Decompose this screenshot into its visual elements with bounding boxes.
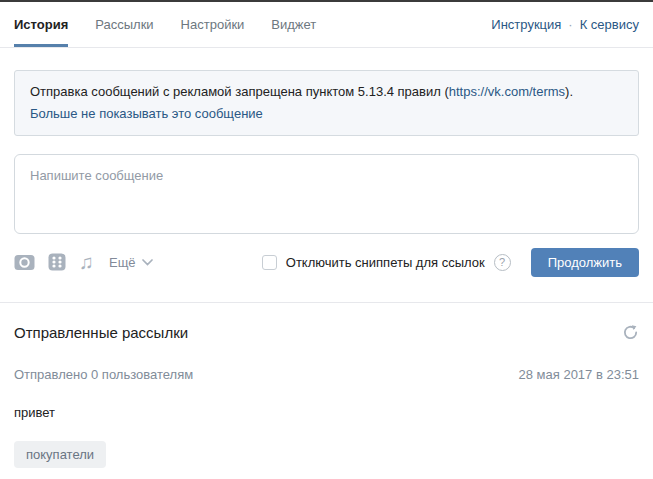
- continue-button[interactable]: Продолжить: [531, 248, 639, 277]
- video-icon[interactable]: [48, 253, 66, 271]
- audience-tag-badge[interactable]: покупатели: [14, 441, 106, 468]
- broadcast-message-text: привет: [14, 405, 639, 420]
- link-separator: ·: [568, 17, 572, 32]
- message-input[interactable]: Напишите сообщение: [14, 154, 639, 234]
- music-icon[interactable]: ♫: [79, 252, 94, 272]
- broadcast-meta-row: Отправлено 0 пользователям 28 мая 2017 в…: [14, 367, 639, 382]
- to-service-link[interactable]: К сервису: [580, 17, 639, 32]
- dismiss-notice-link[interactable]: Больше не показывать это сообщение: [30, 103, 263, 125]
- refresh-icon[interactable]: [622, 324, 639, 341]
- help-icon[interactable]: ?: [494, 254, 511, 271]
- notice-text-end: ).: [565, 84, 573, 99]
- tab-widget[interactable]: Виджет: [271, 2, 316, 47]
- refresh-icon-svg: [622, 324, 639, 341]
- photo-icon[interactable]: [14, 254, 35, 271]
- disable-snippets-checkbox[interactable]: [262, 255, 277, 270]
- sent-header: Отправленные рассылки: [14, 324, 639, 341]
- terms-link[interactable]: https://vk.com/terms: [449, 84, 565, 99]
- sent-section-title: Отправленные рассылки: [14, 324, 188, 341]
- section-divider: [0, 302, 653, 303]
- tabbar-spacer: [343, 2, 491, 47]
- broadcast-timestamp: 28 мая 2017 в 23:51: [519, 367, 639, 382]
- notice-line: Отправка сообщений с рекламой запрещена …: [30, 81, 623, 103]
- tab-settings[interactable]: Настройки: [181, 2, 245, 47]
- tabbar-links: Инструкция · К сервису: [491, 2, 639, 47]
- video-icon-svg: [48, 253, 66, 271]
- tab-broadcasts[interactable]: Рассылки: [95, 2, 153, 47]
- sent-broadcasts-section: Отправленные рассылки Отправлено 0 польз…: [0, 324, 653, 468]
- more-label: Ещё: [109, 255, 136, 270]
- notice-banner: Отправка сообщений с рекламой запрещена …: [14, 70, 639, 136]
- tab-history[interactable]: История: [14, 2, 68, 47]
- recipients-count-text: Отправлено 0 пользователям: [14, 367, 193, 382]
- notice-text: Отправка сообщений с рекламой запрещена …: [30, 84, 449, 99]
- disable-snippets-label[interactable]: Отключить сниппеты для ссылок: [286, 255, 485, 270]
- tab-bar: История Рассылки Настройки Виджет Инстру…: [0, 2, 653, 48]
- instruction-link[interactable]: Инструкция: [491, 17, 561, 32]
- chevron-down-icon: [142, 259, 153, 266]
- more-attachments-button[interactable]: Ещё: [109, 255, 153, 270]
- photo-icon-svg: [14, 254, 35, 271]
- message-input-placeholder: Напишите сообщение: [30, 168, 623, 183]
- composer-toolbar: ♫ Ещё Отключить сниппеты для ссылок ? Пр…: [14, 248, 639, 276]
